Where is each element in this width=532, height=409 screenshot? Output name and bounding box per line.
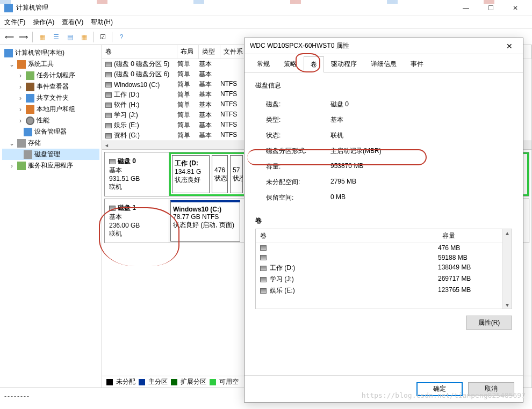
twisty-icon[interactable]: › — [17, 106, 24, 113]
twisty-icon[interactable]: › — [17, 72, 24, 79]
vol-type: 基本 — [199, 70, 220, 79]
tree-sched-label: 任务计划程序 — [37, 71, 75, 80]
app-icon — [4, 4, 13, 12]
tab-general[interactable]: 常规 — [250, 56, 277, 72]
col-layout[interactable]: 布局 — [177, 45, 199, 59]
disk-0-status: 联机 — [109, 182, 164, 192]
minimize-button[interactable]: — — [454, 0, 478, 16]
refresh-button[interactable]: ☰ — [50, 31, 62, 43]
col-type[interactable]: 类型 — [199, 45, 220, 59]
twisty-icon[interactable]: › — [17, 117, 24, 125]
vol-name: (磁盘 0 磁盘分区 5) — [114, 60, 169, 69]
col-volume[interactable]: 卷 — [102, 45, 177, 59]
listbox-row[interactable]: 476 MB — [256, 243, 502, 253]
tab-policy[interactable]: 策略 — [277, 56, 304, 72]
help-button[interactable]: ? — [116, 31, 127, 43]
partition-476[interactable]: 476 状态 — [212, 155, 228, 193]
separator — [112, 32, 112, 42]
twisty-icon[interactable]: ⌄ — [9, 140, 15, 147]
part-size: 134.81 G — [175, 168, 201, 176]
twisty-icon[interactable]: ⌄ — [9, 61, 15, 68]
volume-icon — [260, 245, 267, 251]
vol-name: 学习 (J:) — [114, 111, 138, 120]
tab-events[interactable]: 事件 — [404, 56, 430, 72]
partition-d[interactable]: 工作 (D: 134.81 G 状态良好 — [172, 155, 210, 193]
volume-icon — [105, 92, 112, 98]
tree-dev[interactable]: 设备管理器 — [2, 126, 99, 137]
tree-share-label: 共享文件夹 — [37, 93, 69, 103]
volume-icon — [105, 72, 112, 77]
dialog-footer: 确定 取消 — [245, 375, 523, 402]
close-button[interactable]: ✕ — [503, 0, 528, 16]
tree-tools[interactable]: ⌄系统工具 — [2, 59, 99, 70]
tree-svc[interactable]: ›服务和应用程序 — [2, 160, 99, 171]
users-icon — [26, 105, 34, 114]
twisty-icon[interactable]: › — [9, 162, 15, 170]
tree-root-label: 计算机管理(本地) — [15, 48, 64, 57]
tree-users[interactable]: ›本地用户和组 — [2, 104, 99, 115]
lbl-type: 类型: — [255, 115, 330, 125]
menu-file[interactable]: 文件(F) — [4, 18, 25, 27]
maximize-button[interactable]: ☐ — [478, 0, 503, 16]
volume-icon — [260, 288, 267, 294]
tree-event[interactable]: ›事件查看器 — [2, 81, 99, 92]
list-button[interactable]: ▦ — [78, 31, 90, 43]
properties-button[interactable]: 属性(R) — [466, 316, 512, 330]
dialog-titlebar: WDC WD10SPCX-60HWST0 属性 ✕ — [245, 38, 523, 54]
volume-icon — [105, 113, 112, 118]
vol-type: 基本 — [199, 131, 220, 140]
vb-name: 工作 (D:) — [270, 264, 295, 273]
col-cap[interactable]: 容量 — [438, 229, 502, 243]
listbox-row[interactable]: 娱乐 (E:)123765 MB — [256, 285, 502, 296]
view-button[interactable]: ▤ — [64, 31, 76, 43]
tab-details[interactable]: 详细信息 — [364, 56, 404, 72]
tab-volumes[interactable]: 卷 — [304, 56, 324, 72]
listbox-row[interactable]: 59188 MB — [256, 253, 502, 262]
prop-button[interactable]: ☑ — [97, 31, 109, 43]
services-icon — [17, 162, 26, 170]
folder-icon — [26, 94, 34, 103]
tab-driver[interactable]: 驱动程序 — [324, 56, 364, 72]
listbox-row[interactable]: 工作 (D:)138049 MB — [256, 262, 502, 274]
dialog-body: 磁盘信息 磁盘:磁盘 0 类型:基本 状态:联机 磁盘分区形式:主启动记录(MB… — [245, 72, 523, 375]
vb-cap: 138049 MB — [438, 264, 502, 273]
twisty-icon[interactable]: › — [17, 83, 24, 91]
forward-button[interactable]: ⟹ — [17, 31, 29, 43]
tree-sched[interactable]: ›任务计划程序 — [2, 70, 99, 81]
part-status: 状态 — [214, 174, 227, 182]
legend-swatch-free — [210, 379, 216, 385]
back-button[interactable]: ⟸ — [3, 31, 15, 43]
partition-c[interactable]: Windows10 (C:) 78.77 GB NTFS 状态良好 (启动, 页… — [170, 200, 240, 242]
separator — [93, 32, 94, 42]
vb-name: 娱乐 (E:) — [270, 286, 295, 295]
legend-swatch-extended — [171, 379, 177, 385]
menu-action[interactable]: 操作(A) — [33, 18, 54, 27]
vol-layout: 简单 — [177, 80, 199, 89]
cancel-button[interactable]: 取消 — [468, 382, 514, 396]
volume-listbox: 卷 容量 476 MB59188 MB工作 (D:)138049 MB学习 (J… — [255, 229, 512, 309]
partition-57[interactable]: 57 状态 — [230, 155, 243, 193]
val-status: 联机 — [330, 131, 512, 140]
twisty-icon[interactable]: › — [17, 94, 24, 102]
tree-disk-mgmt[interactable]: 磁盘管理 — [2, 149, 99, 160]
separator — [32, 32, 33, 42]
vscrollbar[interactable]: ▴▾ — [502, 229, 512, 309]
lbl-disk: 磁盘: — [255, 100, 330, 109]
disk-1-status: 联机 — [109, 229, 164, 238]
dialog-close-button[interactable]: ✕ — [501, 42, 517, 50]
ok-button[interactable]: 确定 — [416, 382, 463, 396]
disk-1-header: 磁盘 1 基本 236.00 GB 联机 — [105, 199, 169, 243]
vol-name: 软件 (H:) — [114, 100, 139, 109]
col-vol[interactable]: 卷 — [256, 229, 438, 243]
menu-help[interactable]: 帮助(H) — [91, 18, 113, 27]
tree-storage[interactable]: ⌄存储 — [2, 137, 99, 149]
vb-cap: 476 MB — [438, 244, 502, 252]
menu-view[interactable]: 查看(V) — [62, 18, 83, 27]
vol-layout: 简单 — [177, 131, 199, 140]
tree-root[interactable]: 计算机管理(本地) — [2, 47, 99, 59]
up-button[interactable]: ▦ — [36, 31, 48, 43]
tree-perf[interactable]: ›性能 — [2, 115, 99, 126]
vol-type: 基本 — [199, 100, 220, 109]
tree-share[interactable]: ›共享文件夹 — [2, 92, 99, 104]
listbox-row[interactable]: 学习 (J:)269717 MB — [256, 274, 502, 285]
